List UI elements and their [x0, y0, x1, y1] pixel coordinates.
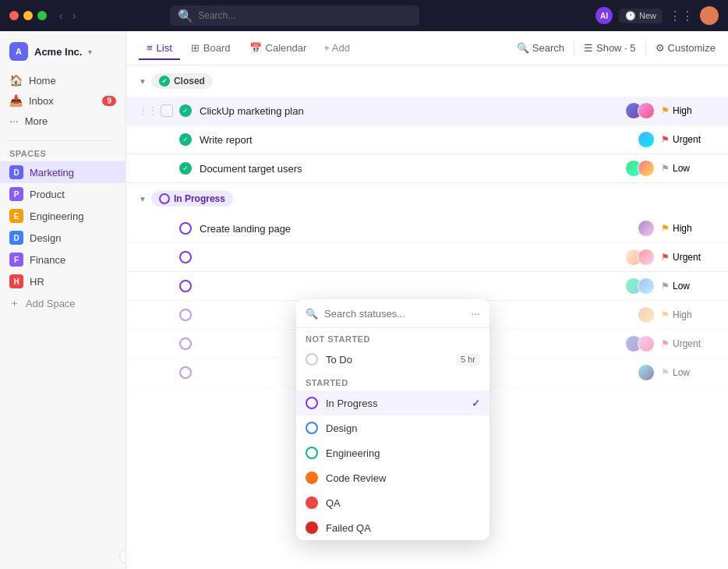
- status-item-engineering[interactable]: Engineering: [296, 440, 489, 465]
- drag-handle[interactable]: ⋮⋮: [139, 105, 157, 116]
- section-toggle-closed[interactable]: ▼: [139, 77, 147, 86]
- workspace-logo: A: [9, 42, 28, 61]
- search-button[interactable]: 🔍 Search: [517, 42, 564, 54]
- avatar: [638, 102, 655, 119]
- sidebar-item-finance[interactable]: F Finance: [0, 249, 125, 270]
- window-controls: [9, 11, 47, 20]
- task-checkbox[interactable]: [161, 104, 173, 117]
- failedqa-status-icon: [306, 521, 318, 534]
- chevron-down-icon: ▾: [88, 48, 92, 56]
- status-item-design[interactable]: Design: [296, 415, 489, 440]
- sidebar-nav: 🏠 Home 📥 Inbox 9 ··· More: [0, 70, 125, 131]
- priority-flag[interactable]: ⚑ Low: [661, 281, 716, 292]
- section-header-inprogress[interactable]: ▼ In Progress: [126, 183, 728, 214]
- maximize-window-button[interactable]: [37, 11, 47, 20]
- gear-icon: ⚙: [656, 42, 665, 54]
- task-status[interactable]: [179, 366, 192, 379]
- task-status-inprogress[interactable]: [179, 251, 192, 263]
- sidebar-item-inbox[interactable]: 📥 Inbox 9: [0, 90, 125, 111]
- global-search-bar[interactable]: 🔍: [170, 5, 419, 26]
- sidebar-item-marketing[interactable]: D Marketing: [0, 161, 125, 183]
- sidebar-item-engineering[interactable]: E Engineering: [0, 205, 125, 227]
- inprogress-status-icon: [306, 397, 318, 409]
- engineering-avatar: E: [9, 209, 23, 223]
- avatar: [638, 249, 655, 266]
- section-header-closed[interactable]: ▼ ✓ Closed: [126, 65, 728, 97]
- user-avatar[interactable]: [700, 6, 719, 25]
- task-status-closed[interactable]: ✓: [179, 162, 192, 175]
- workspace-header[interactable]: A Acme Inc. ▾: [0, 37, 125, 65]
- view-tabs: ≡ List ⊞ Board 📅 Calendar + Add 🔍 Search…: [126, 31, 728, 65]
- table-row: ⋮⋮ ⚑ Low: [126, 272, 728, 301]
- sidebar-item-home[interactable]: 🏠 Home: [0, 70, 125, 90]
- product-avatar: P: [9, 187, 23, 201]
- sidebar-item-design[interactable]: D Design: [0, 227, 125, 249]
- status-search-input[interactable]: [324, 308, 465, 320]
- priority-flag[interactable]: ⚑ High: [661, 105, 716, 116]
- table-row: ⋮⋮ Create landing page ⚑ High: [126, 214, 728, 243]
- task-status[interactable]: [179, 309, 192, 321]
- more-icon: ···: [9, 115, 19, 127]
- sidebar-item-hr[interactable]: H HR: [0, 270, 125, 292]
- forward-arrow[interactable]: ›: [69, 8, 80, 23]
- new-button[interactable]: 🕐 New: [619, 9, 663, 23]
- task-area: ▼ ✓ Closed ⋮⋮ ✓ ClickUp marketing plan: [126, 65, 728, 569]
- priority-flag[interactable]: ⚑ High: [661, 223, 716, 234]
- tab-board[interactable]: ⊞ Board: [183, 37, 239, 60]
- started-section-label: STARTED: [296, 372, 489, 391]
- section-toggle-inprogress[interactable]: ▼: [139, 195, 147, 203]
- more-options-icon[interactable]: ···: [471, 307, 480, 320]
- priority-flag[interactable]: ⚑ High: [661, 309, 716, 320]
- sidebar-item-more[interactable]: ··· More: [0, 111, 125, 131]
- task-status[interactable]: [179, 338, 192, 350]
- hr-avatar: H: [9, 274, 23, 288]
- dropdown-search: 🔍 ···: [296, 299, 489, 328]
- search-icon: 🔍: [306, 308, 318, 320]
- customize-button[interactable]: ⚙ Customize: [656, 42, 716, 54]
- inprogress-badge: In Progress: [151, 191, 233, 207]
- tab-calendar[interactable]: 📅 Calendar: [242, 37, 315, 60]
- add-view-button[interactable]: + Add: [317, 39, 356, 57]
- avatar-group: [625, 102, 655, 119]
- avatar: [638, 364, 655, 381]
- avatar: [638, 220, 655, 237]
- avatar: [638, 306, 655, 323]
- avatar: [638, 277, 655, 295]
- task-status-closed[interactable]: ✓: [179, 104, 192, 117]
- task-status-closed[interactable]: ✓: [179, 133, 192, 146]
- toolbar-divider2: [645, 41, 646, 55]
- finance-avatar: F: [9, 253, 23, 267]
- toolbar-right: 🔍 Search ☰ Show · 5 ⚙ Customize: [517, 41, 716, 55]
- minimize-window-button[interactable]: [23, 11, 33, 20]
- close-window-button[interactable]: [9, 11, 19, 20]
- sidebar: A Acme Inc. ▾ 🏠 Home 📥 Inbox 9 ··· More …: [0, 31, 126, 569]
- sidebar-item-product[interactable]: P Product: [0, 183, 125, 205]
- priority-flag[interactable]: ⚑ Urgent: [661, 134, 716, 145]
- add-space-button[interactable]: ＋ Add Space: [0, 292, 125, 314]
- task-meta: ⚑ Low: [625, 277, 716, 295]
- task-meta: ⚑ High: [625, 102, 716, 119]
- avatar: [638, 335, 655, 352]
- sidebar-collapse-button[interactable]: ›: [119, 550, 126, 564]
- show-button[interactable]: ☰ Show · 5: [584, 42, 636, 54]
- priority-flag[interactable]: ⚑ Low: [661, 163, 716, 174]
- task-status-inprogress[interactable]: [179, 280, 192, 292]
- ai-button[interactable]: AI: [595, 7, 613, 24]
- priority-flag[interactable]: ⚑ Urgent: [661, 252, 716, 263]
- back-arrow[interactable]: ‹: [56, 8, 66, 23]
- status-item-todo[interactable]: To Do 5 hr: [296, 347, 489, 372]
- global-search-input[interactable]: [198, 10, 412, 21]
- status-item-qa[interactable]: QA: [296, 490, 489, 515]
- priority-flag[interactable]: ⚑ Urgent: [661, 338, 716, 349]
- priority-flag[interactable]: ⚑ Low: [661, 367, 716, 378]
- flag-icon: ⚑: [661, 223, 670, 234]
- status-item-failedqa[interactable]: Failed QA: [296, 515, 489, 540]
- avatar-group: [625, 249, 655, 266]
- tab-list[interactable]: ≡ List: [139, 37, 180, 60]
- table-row: ⋮⋮ ✓ ClickUp marketing plan ⚑ High: [126, 97, 728, 125]
- grid-icon[interactable]: ⋮⋮: [669, 9, 694, 23]
- avatar-group: [625, 277, 655, 295]
- status-item-codereview[interactable]: Code Review: [296, 465, 489, 490]
- status-item-inprogress[interactable]: In Progress ✓: [296, 391, 489, 415]
- task-status-inprogress[interactable]: [179, 222, 192, 235]
